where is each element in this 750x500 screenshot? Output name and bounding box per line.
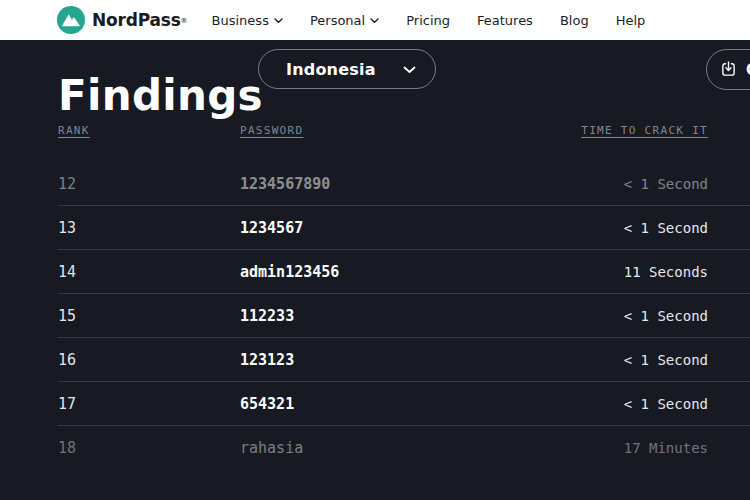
top-navigation-bar: NordPass ® Business Personal Pricing Fea… xyxy=(0,0,750,40)
rank-cell: 12 xyxy=(58,175,240,193)
time-cell: < 1 Second xyxy=(624,396,750,412)
column-header-time[interactable]: TIME TO CRACK IT xyxy=(581,124,750,137)
password-cell: 654321 xyxy=(240,395,624,413)
time-cell: < 1 Second xyxy=(624,176,750,192)
passwords-table: RANK PASSWORD TIME TO CRACK IT 12 123456… xyxy=(58,124,750,469)
chevron-down-icon xyxy=(274,18,283,24)
rank-cell: 15 xyxy=(58,307,240,325)
country-dropdown-value: Indonesia xyxy=(286,60,376,79)
country-dropdown[interactable]: Indonesia xyxy=(258,49,436,89)
column-header-rank[interactable]: RANK xyxy=(58,124,90,137)
time-cell: 17 Minutes xyxy=(624,440,750,456)
table-body: 12 1234567890 < 1 Second 13 1234567 < 1 … xyxy=(58,162,750,469)
table-header-row: RANK PASSWORD TIME TO CRACK IT xyxy=(58,124,750,137)
password-cell: 1234567890 xyxy=(240,175,624,193)
table-row: 13 1234567 < 1 Second xyxy=(58,206,750,250)
download-button-label: CSV xyxy=(746,61,750,79)
chevron-down-icon xyxy=(370,18,379,24)
rank-cell: 13 xyxy=(58,219,240,237)
time-cell: < 1 Second xyxy=(624,308,750,324)
rank-cell: 18 xyxy=(58,439,240,457)
brand-wordmark: NordPass xyxy=(92,10,181,30)
nav-item-pricing[interactable]: Pricing xyxy=(406,13,450,28)
nav-item-business[interactable]: Business xyxy=(212,13,283,28)
table-row: 17 654321 < 1 Second xyxy=(58,382,750,426)
time-cell: 11 Seconds xyxy=(624,264,750,280)
time-cell: < 1 Second xyxy=(624,220,750,236)
rank-cell: 14 xyxy=(58,263,240,281)
page-title: Findings xyxy=(58,72,263,120)
rank-cell: 17 xyxy=(58,395,240,413)
nav-item-help[interactable]: Help xyxy=(616,13,646,28)
nordpass-logo[interactable]: NordPass ® xyxy=(57,6,188,34)
table-row: 12 1234567890 < 1 Second xyxy=(58,162,750,206)
nav-item-features[interactable]: Features xyxy=(477,13,533,28)
password-cell: 123123 xyxy=(240,351,624,369)
main-nav: Business Personal Pricing Features Blog … xyxy=(212,13,646,28)
column-header-password[interactable]: PASSWORD xyxy=(240,124,303,137)
nordpass-mountain-icon xyxy=(57,6,85,34)
password-cell: 112233 xyxy=(240,307,624,325)
table-row: 16 123123 < 1 Second xyxy=(58,338,750,382)
nav-item-personal[interactable]: Personal xyxy=(310,13,379,28)
download-icon xyxy=(720,61,737,78)
nav-item-blog[interactable]: Blog xyxy=(560,13,589,28)
password-cell: admin123456 xyxy=(240,263,624,281)
trademark-symbol: ® xyxy=(181,17,188,25)
table-row: 14 admin123456 11 Seconds xyxy=(58,250,750,294)
rank-cell: 16 xyxy=(58,351,240,369)
password-cell: rahasia xyxy=(240,439,624,457)
time-cell: < 1 Second xyxy=(624,352,750,368)
table-row: 15 112233 < 1 Second xyxy=(58,294,750,338)
password-cell: 1234567 xyxy=(240,219,624,237)
table-row: 18 rahasia 17 Minutes xyxy=(58,426,750,469)
chevron-down-icon xyxy=(403,66,416,74)
download-button[interactable]: CSV xyxy=(706,49,750,90)
